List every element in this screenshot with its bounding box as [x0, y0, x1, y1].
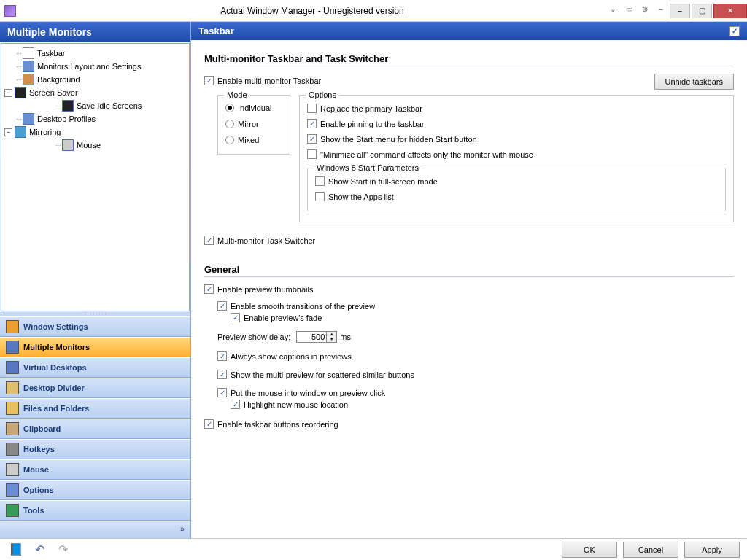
maximize-button[interactable]: ▢: [692, 4, 712, 18]
reorder-checkbox[interactable]: [204, 419, 214, 429]
mode-mixed-radio[interactable]: [225, 136, 234, 144]
task-switcher-label: Multi-monitor Task Switcher: [217, 236, 315, 245]
tree-item-mouse[interactable]: ⋯Mouse: [29, 139, 187, 152]
task-switcher-checkbox[interactable]: [204, 236, 214, 245]
captions-checkbox[interactable]: [217, 351, 227, 361]
app-icon: [4, 5, 16, 17]
smooth-transitions-checkbox[interactable]: [217, 301, 227, 311]
tree-label: Mirroring: [29, 128, 61, 136]
ok-button[interactable]: OK: [562, 542, 617, 558]
spin-down-icon[interactable]: ▼: [327, 337, 336, 342]
sidebar-title: Multiple Monitors: [0, 22, 190, 42]
delay-input[interactable]: [296, 331, 327, 343]
content-title: Taskbar: [198, 26, 234, 36]
win8-fullscreen-label: Show Start in full-screen mode: [328, 177, 438, 186]
files-folders-icon: [6, 402, 19, 415]
win8-apps-label: Show the Apps list: [328, 192, 394, 201]
mode-group: Mode Individual Mirror Mixed: [217, 95, 290, 155]
win8-legend: Windows 8 Start Parameters: [314, 163, 422, 172]
help-icon[interactable]: 📘: [7, 542, 25, 558]
taskbar-icon: [23, 47, 34, 59]
tree-item-mirroring[interactable]: −Mirroring: [3, 125, 187, 139]
nav-desktop-divider[interactable]: Desktop Divider: [0, 378, 190, 398]
undo-icon[interactable]: ↶: [31, 542, 48, 558]
preview-fade-label: Enable preview's fade: [244, 314, 322, 322]
tree-label: Background: [37, 75, 80, 84]
extra-btn-3[interactable]: ⊕: [638, 4, 652, 15]
tree-item-desktop-profiles[interactable]: ⋯Desktop Profiles: [3, 112, 187, 125]
multi-preview-checkbox[interactable]: [217, 370, 227, 379]
tree-label: Mouse: [77, 141, 101, 149]
tree-item-taskbar[interactable]: ⋯Taskbar: [3, 47, 187, 60]
reorder-label: Enable taskbar buttons reordering: [217, 420, 338, 429]
collapse-icon[interactable]: −: [4, 128, 12, 136]
nav-options[interactable]: Options: [0, 480, 190, 500]
nav-mouse[interactable]: Mouse: [0, 459, 190, 480]
enable-pinning-checkbox[interactable]: [307, 119, 317, 128]
tree-item-save-idle[interactable]: ⋯Save Idle Screens: [29, 99, 187, 112]
show-start-checkbox[interactable]: [307, 134, 317, 144]
nav-label: Mouse: [23, 465, 49, 474]
header-checkbox[interactable]: ✓: [729, 26, 740, 36]
nav-expand[interactable]: »: [0, 521, 190, 538]
nav-window-settings[interactable]: Window Settings: [0, 316, 190, 337]
enable-preview-label: Enable preview thumbnails: [217, 285, 313, 294]
win8-apps-checkbox[interactable]: [315, 192, 325, 201]
extra-btn-4[interactable]: –: [654, 4, 668, 15]
win8-fullscreen-checkbox[interactable]: [315, 176, 325, 186]
save-idle-icon: [62, 100, 74, 112]
titlebar: Actual Window Manager - Unregistered ver…: [0, 0, 747, 22]
preview-fade-checkbox[interactable]: [231, 313, 240, 322]
highlight-label: Highlight new mouse location: [244, 400, 348, 409]
tree-label: Monitors Layout and Settings: [37, 62, 141, 71]
tree-item-monitors-layout[interactable]: ⋯Monitors Layout and Settings: [3, 60, 187, 73]
delay-unit: ms: [340, 332, 351, 341]
mode-individual-radio[interactable]: [225, 104, 234, 112]
cancel-button[interactable]: Cancel: [623, 542, 678, 558]
tree-label: Screen Saver: [29, 88, 78, 97]
delay-spinner[interactable]: ▲▼: [327, 331, 337, 343]
extra-btn-1[interactable]: ⌄: [605, 4, 620, 15]
highlight-checkbox[interactable]: [231, 400, 240, 409]
unhide-taskbars-button[interactable]: Unhide taskbars: [654, 74, 735, 90]
nav-multiple-monitors[interactable]: Multiple Monitors: [0, 337, 190, 357]
minimize-all-label: "Minimize all" command affects only the …: [320, 150, 533, 159]
minimize-button[interactable]: –: [670, 4, 690, 18]
tree-item-screen-saver[interactable]: −Screen Saver: [3, 86, 187, 99]
collapse-icon[interactable]: −: [4, 89, 12, 97]
extra-btn-2[interactable]: ▭: [622, 4, 636, 15]
tree-label: Desktop Profiles: [37, 114, 96, 123]
mouse-into-checkbox[interactable]: [217, 388, 227, 397]
clipboard-icon: [6, 422, 19, 435]
show-start-label: Show the Start menu for hidden Start but…: [320, 135, 477, 144]
tree-item-background[interactable]: ⋯Background: [3, 73, 187, 86]
captions-label: Always show captions in previews: [231, 352, 352, 361]
window-settings-icon: [6, 320, 19, 333]
nav-label: Options: [23, 486, 54, 494]
enable-preview-checkbox[interactable]: [204, 284, 214, 294]
nav-files-folders[interactable]: Files and Folders: [0, 398, 190, 419]
spin-up-icon[interactable]: ▲: [327, 332, 336, 337]
nav-label: Hotkeys: [23, 445, 55, 454]
content: Taskbar ✓ Multi-monitor Taskbar and Task…: [191, 22, 747, 538]
hotkeys-icon: [6, 443, 19, 456]
redo-icon[interactable]: ↷: [54, 542, 71, 558]
close-button[interactable]: ✕: [713, 4, 747, 18]
nav-hotkeys[interactable]: Hotkeys: [0, 439, 190, 459]
enable-multimonitor-checkbox[interactable]: [204, 76, 214, 85]
nav-virtual-desktops[interactable]: Virtual Desktops: [0, 357, 190, 378]
nav-tools[interactable]: Tools: [0, 500, 190, 521]
mode-legend: Mode: [224, 90, 250, 99]
nav-label: Window Settings: [23, 322, 88, 331]
apply-button[interactable]: Apply: [684, 542, 740, 558]
nav-clipboard[interactable]: Clipboard: [0, 419, 190, 439]
titlebar-controls: ⌄ ▭ ⊕ – – ▢ ✕: [604, 4, 747, 18]
screensaver-icon: [15, 87, 26, 98]
replace-primary-checkbox[interactable]: [307, 104, 317, 113]
mode-mixed-label: Mixed: [238, 136, 259, 144]
section-general-title: General: [204, 264, 734, 275]
nav-label: Multiple Monitors: [23, 343, 90, 351]
monitors-icon: [23, 61, 34, 72]
minimize-all-checkbox[interactable]: [307, 149, 317, 159]
mode-mirror-radio[interactable]: [225, 120, 234, 128]
